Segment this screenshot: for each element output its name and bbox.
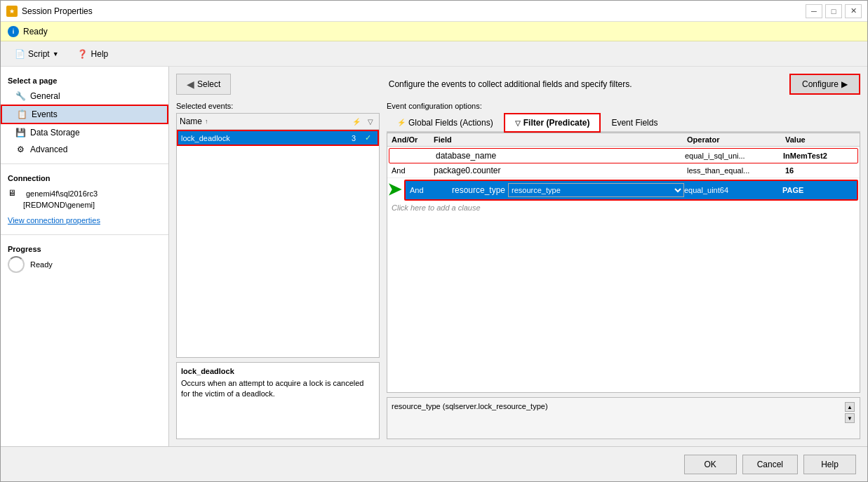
filter-cell-field-3: resource_type resource_type	[452, 183, 684, 197]
events-table-header: Name ↑ ⚡ ▽	[177, 114, 379, 130]
resource-type-box: resource_type (sqlserver.lock_resource_t…	[387, 397, 860, 439]
configure-label: Configure	[802, 79, 839, 89]
sidebar-divider	[1, 163, 168, 164]
event-description-box: lock_deadlock Occurs when an attempt to …	[176, 362, 380, 439]
session-properties-window: ★ Session Properties ─ □ ✕ i Ready 📄 Scr…	[0, 0, 868, 482]
tab-event-fields[interactable]: Event Fields	[601, 113, 668, 131]
filter-col-field-header: Field	[434, 135, 687, 144]
status-bar: i Ready	[1, 22, 867, 41]
scroll-up-button[interactable]: ▲	[845, 402, 855, 412]
scroll-down-button[interactable]: ▼	[845, 413, 855, 423]
filter-field-dropdown-3[interactable]: resource_type	[508, 183, 684, 197]
select-left: ◀ Select	[176, 74, 231, 95]
sidebar-item-general[interactable]: 🔧 General	[1, 88, 168, 105]
minimize-button[interactable]: ─	[806, 4, 822, 18]
green-arrow-indicator: ➤	[387, 180, 401, 199]
sidebar-item-label-general: General	[30, 91, 60, 101]
script-dropdown-icon: ▼	[53, 51, 59, 58]
general-icon: 🔧	[15, 91, 26, 102]
filter-table-scroll: database_name equal_i_sql_uni... InMemTe…	[387, 147, 860, 392]
filter-col-andor-header: And/Or	[392, 135, 434, 144]
filter-cell-value-1: InMemTest2	[783, 152, 853, 160]
ok-button[interactable]: OK	[684, 455, 737, 474]
sort-icon: ↑	[205, 118, 208, 125]
connection-icon: 🖥	[8, 188, 19, 199]
event-desc-title: lock_deadlock	[181, 367, 375, 375]
close-button[interactable]: ✕	[845, 4, 862, 18]
tab-filter-label: Filter (Predicate)	[523, 118, 590, 128]
main-content: Select a page 🔧 General 📋 Events 💾 Data …	[1, 67, 867, 446]
dialog-footer: OK Cancel Help	[1, 446, 867, 481]
title-bar-left: ★ Session Properties	[6, 6, 93, 17]
filter-field-text-1: database_name	[436, 151, 496, 161]
panels-row: Selected events: Name ↑ ⚡ ▽	[176, 102, 860, 439]
tab-filter-icon: ▽	[515, 119, 521, 127]
sidebar-item-advanced[interactable]: ⚙ Advanced	[1, 141, 168, 158]
connection-info: 🖥 genemi4f\sql2016rc3 [REDMOND\genemi]	[1, 185, 168, 212]
script-button[interactable]: 📄 Script ▼	[8, 46, 65, 62]
app-icon: ★	[6, 6, 18, 17]
sidebar-item-data-storage[interactable]: 💾 Data Storage	[1, 124, 168, 141]
events-col-icons: ⚡ ▽	[351, 116, 376, 127]
help-button[interactable]: ❓ Help	[71, 46, 115, 62]
select-description: Configure the events to collect addition…	[231, 79, 789, 89]
script-label: Script	[28, 49, 50, 59]
filter-cell-operator-3: equal_uint64	[684, 186, 782, 194]
maximize-button[interactable]: □	[825, 4, 842, 18]
back-arrow-icon: ◀	[187, 79, 194, 90]
filter-table-header: And/Or Field Operator Value	[387, 133, 860, 147]
event-row-name: lock_deadlock	[181, 134, 347, 142]
events-col-name: Name ↑	[180, 116, 351, 126]
help-label: Help	[91, 49, 109, 59]
status-text: Ready	[23, 27, 48, 36]
tab-event-fields-label: Event Fields	[611, 118, 657, 128]
filter-field-text-3: resource_type	[452, 185, 505, 195]
table-row[interactable]: And package0.counter less_than_equal... …	[387, 163, 860, 178]
progress-content: Ready	[8, 256, 161, 273]
table-row[interactable]: lock_deadlock 3 ✓	[177, 130, 379, 146]
status-icon: i	[8, 26, 19, 37]
filter-col-value-header: Value	[785, 135, 855, 144]
filter-cell-value-2: 16	[785, 166, 855, 175]
select-row: ◀ Select Configure the events to collect…	[176, 74, 860, 95]
filter-table: And/Or Field Operator Value database_nam…	[387, 133, 860, 393]
events-icon: 📋	[16, 109, 27, 120]
table-row[interactable]: And resource_type resource_type equal_ui…	[404, 180, 858, 201]
tab-global-icon: ⚡	[397, 119, 406, 126]
configure-button[interactable]: Configure ▶	[789, 74, 860, 95]
select-label: Select	[197, 79, 220, 89]
event-row-check: ✓	[361, 133, 375, 142]
sidebar-item-label-events: Events	[32, 109, 58, 119]
right-config-panel: Event configuration options: ⚡ Global Fi…	[387, 102, 860, 439]
view-connection-link[interactable]: View connection properties	[1, 212, 168, 229]
filter-cell-operator-2: less_than_equal...	[687, 166, 785, 175]
filter-row-3-container: ➤ And resource_type resource_type	[387, 178, 860, 201]
resource-type-scrollbar: ▲ ▼	[844, 402, 855, 423]
select-button[interactable]: ◀ Select	[176, 74, 231, 95]
window-title: Session Properties	[22, 6, 93, 16]
sidebar-item-label-data-storage: Data Storage	[30, 128, 80, 138]
cancel-button[interactable]: Cancel	[742, 455, 798, 474]
add-clause[interactable]: Click here to add a clause	[387, 201, 860, 215]
selected-events-label: Selected events:	[176, 102, 380, 110]
advanced-icon: ⚙	[15, 144, 26, 155]
filter-cell-value-3: PAGE	[782, 186, 853, 194]
data-storage-icon: 💾	[15, 127, 26, 138]
sidebar-divider-2	[1, 234, 168, 235]
progress-title: Progress	[8, 245, 161, 253]
table-row[interactable]: database_name equal_i_sql_uni... InMemTe…	[389, 148, 858, 163]
tab-global-fields[interactable]: ⚡ Global Fields (Actions)	[387, 113, 504, 131]
tab-filter[interactable]: ▽ Filter (Predicate)	[504, 113, 601, 133]
title-bar: ★ Session Properties ─ □ ✕	[1, 1, 867, 22]
sidebar-item-events[interactable]: 📋 Events	[1, 105, 168, 124]
filter-cell-field-1: database_name	[436, 151, 685, 161]
filter-icon: ▽	[365, 116, 376, 127]
progress-section: Progress Ready	[1, 241, 168, 277]
toolbar: 📄 Script ▼ ❓ Help	[1, 41, 867, 67]
events-col-name-label: Name	[180, 116, 202, 126]
sidebar: Select a page 🔧 General 📋 Events 💾 Data …	[1, 67, 169, 446]
green-arrow-icon: ➤	[387, 180, 401, 199]
help-footer-button[interactable]: Help	[803, 455, 856, 474]
connection-user: [REDMOND\genemi]	[8, 201, 161, 209]
connection-server: genemi4f\sql2016rc3	[26, 189, 98, 198]
